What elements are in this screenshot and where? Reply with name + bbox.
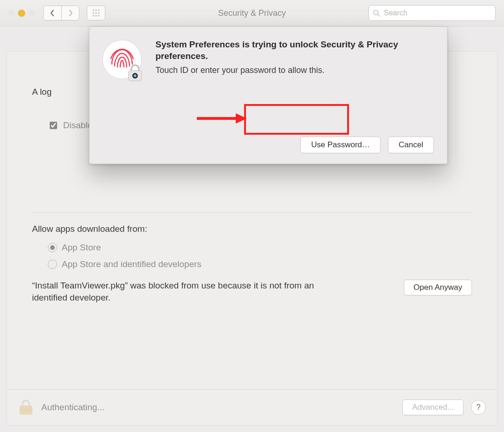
svg-point-3 bbox=[93, 13, 94, 14]
svg-line-10 bbox=[378, 14, 380, 16]
svg-rect-14 bbox=[20, 411, 32, 412]
svg-point-8 bbox=[98, 15, 100, 17]
forward-button[interactable] bbox=[61, 6, 79, 20]
radio-app-store[interactable]: App Store bbox=[48, 242, 472, 253]
show-all-button[interactable] bbox=[87, 6, 105, 20]
help-button[interactable]: ? bbox=[471, 400, 486, 415]
minimize-window-icon[interactable] bbox=[18, 10, 25, 17]
zoom-window-icon[interactable] bbox=[29, 10, 35, 16]
search-field[interactable] bbox=[368, 5, 496, 21]
chevron-left-icon bbox=[50, 10, 55, 16]
back-button[interactable] bbox=[44, 6, 61, 20]
blocked-app-message: “Install TeamViewer.pkg” was blocked fro… bbox=[32, 280, 329, 303]
search-icon bbox=[373, 9, 380, 17]
open-anyway-button[interactable]: Open Anyway bbox=[404, 280, 472, 295]
chevron-right-icon bbox=[68, 10, 73, 16]
dialog-subtitle: Touch ID or enter your password to allow… bbox=[155, 65, 434, 75]
svg-point-18 bbox=[134, 74, 136, 77]
grid-icon bbox=[92, 9, 100, 17]
radio-icon bbox=[48, 243, 57, 252]
disable-auto-login-checkbox[interactable] bbox=[50, 122, 57, 129]
lock-status-text: Authenticating... bbox=[41, 402, 104, 412]
close-window-icon[interactable] bbox=[8, 10, 14, 16]
svg-point-1 bbox=[96, 10, 97, 11]
allow-apps-heading: Allow apps downloaded from: bbox=[32, 224, 472, 234]
use-password-button[interactable]: Use Password… bbox=[300, 137, 381, 153]
touch-id-icon bbox=[101, 38, 147, 85]
svg-point-2 bbox=[98, 10, 100, 11]
svg-point-0 bbox=[93, 10, 94, 11]
svg-point-5 bbox=[98, 13, 100, 14]
window-controls bbox=[8, 10, 35, 17]
radio-app-store-and-dev-label: App Store and identified developers bbox=[62, 259, 201, 269]
titlebar: Security & Privacy bbox=[0, 0, 504, 26]
lock-icon[interactable] bbox=[18, 399, 34, 416]
svg-rect-12 bbox=[20, 407, 32, 408]
nav-buttons bbox=[43, 6, 79, 20]
divider bbox=[32, 212, 472, 213]
svg-point-6 bbox=[93, 15, 94, 17]
radio-icon bbox=[48, 260, 57, 269]
radio-app-store-and-dev[interactable]: App Store and identified developers bbox=[48, 259, 472, 269]
dialog-title: System Preferences is trying to unlock S… bbox=[155, 39, 434, 62]
panel-footer: Authenticating... Advanced... ? bbox=[7, 389, 497, 425]
svg-point-4 bbox=[96, 13, 97, 14]
advanced-button[interactable]: Advanced... bbox=[402, 399, 464, 415]
radio-app-store-label: App Store bbox=[62, 242, 101, 253]
svg-rect-13 bbox=[20, 409, 32, 410]
svg-point-7 bbox=[96, 15, 97, 17]
unlock-dialog: System Preferences is trying to unlock S… bbox=[89, 26, 447, 164]
search-input[interactable] bbox=[383, 8, 491, 18]
cancel-button[interactable]: Cancel bbox=[388, 137, 434, 153]
